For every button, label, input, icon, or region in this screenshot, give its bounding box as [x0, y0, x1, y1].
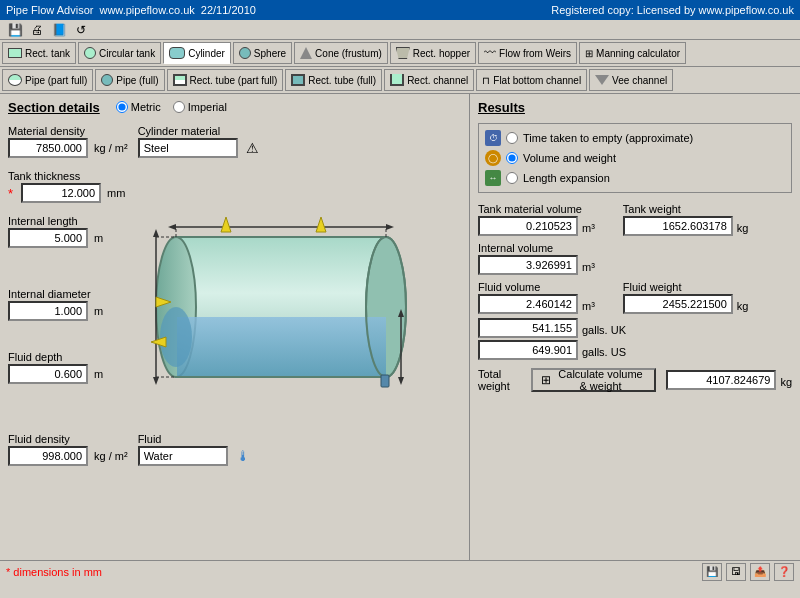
- rect-tank-icon: [8, 48, 22, 58]
- right-panel: Results ⏱ Time taken to empty (approxima…: [470, 94, 800, 560]
- title-bar: Pipe Flow Advisor www.pipeflow.co.uk 22/…: [0, 0, 800, 20]
- fluid-weight-input[interactable]: [623, 294, 733, 314]
- fluid-volume-label: Fluid volume: [478, 281, 595, 293]
- tank-weight-label: Tank weight: [623, 203, 749, 215]
- menu-icon-print[interactable]: 🖨: [26, 21, 48, 39]
- tank-weight-unit: kg: [737, 222, 749, 234]
- tab-circular-tank[interactable]: Circular tank: [78, 42, 161, 64]
- time-radio[interactable]: [506, 132, 518, 144]
- vee-channel-icon: [595, 75, 609, 85]
- svg-marker-8: [386, 224, 394, 230]
- tab-rect-tank[interactable]: Rect. tank: [2, 42, 76, 64]
- tank-thickness-input[interactable]: [21, 183, 101, 203]
- menu-icon-help[interactable]: 📘: [48, 21, 70, 39]
- fluid-volume-unit: m³: [582, 300, 595, 312]
- section-title: Section details: [8, 100, 100, 115]
- volume-icon: ◯: [485, 150, 501, 166]
- volume-radio[interactable]: [506, 152, 518, 164]
- menu-icon-save[interactable]: 💾: [4, 21, 26, 39]
- tank-material-volume-label: Tank material volume: [478, 203, 595, 215]
- material-density-group: Material density kg / m²: [8, 125, 128, 158]
- material-density-input[interactable]: [8, 138, 88, 158]
- metric-radio-label[interactable]: Metric: [116, 101, 161, 113]
- tab-rect-channel[interactable]: Rect. channel: [384, 69, 474, 91]
- svg-marker-15: [221, 217, 231, 232]
- tab-sphere[interactable]: Sphere: [233, 42, 292, 64]
- internal-length-unit: m: [94, 232, 103, 244]
- title-bar-right: Registered copy: Licensed by www.pipeflo…: [551, 4, 794, 16]
- imperial-radio[interactable]: [173, 101, 185, 113]
- option-volume[interactable]: ◯ Volume and weight: [485, 150, 785, 166]
- internal-diameter-input[interactable]: [8, 301, 88, 321]
- tab-flat-bottom[interactable]: ⊓ Flat bottom channel: [476, 69, 587, 91]
- result-options-group: ⏱ Time taken to empty (approximate) ◯ Vo…: [478, 123, 792, 193]
- total-weight-input[interactable]: [666, 370, 776, 390]
- internal-volume-label: Internal volume: [478, 242, 595, 254]
- rect-tube-full-icon: [291, 74, 305, 86]
- left-panel: Section details Metric Imperial Material…: [0, 94, 470, 560]
- app-date: 22/11/2010: [201, 4, 256, 16]
- tab-rect-tube-full[interactable]: Rect. tube (full): [285, 69, 382, 91]
- tank-material-volume-unit: m³: [582, 222, 595, 234]
- circle-tank-icon: [84, 47, 96, 59]
- expansion-icon: ↔: [485, 170, 501, 186]
- galls-us-label: galls. US: [582, 346, 626, 358]
- tab-vee-channel[interactable]: Vee channel: [589, 69, 673, 91]
- tab-rect-tube-part[interactable]: Rect. tube (part full): [167, 69, 284, 91]
- option-time[interactable]: ⏱ Time taken to empty (approximate): [485, 130, 785, 146]
- status-icon-disk[interactable]: 🖫: [726, 563, 746, 581]
- calculate-button[interactable]: ⊞ Calculate volume & weight: [531, 368, 657, 392]
- tab-pipe-part-full[interactable]: Pipe (part full): [2, 69, 93, 91]
- rect-tube-part-icon: [173, 74, 187, 86]
- internal-length-label: Internal length: [8, 215, 138, 227]
- status-note: * dimensions in mm: [6, 566, 102, 578]
- fluid-depth-unit: m: [94, 368, 103, 380]
- sphere-icon: [239, 47, 251, 59]
- fluid-depth-input[interactable]: [8, 364, 88, 384]
- cylinder-material-input[interactable]: [138, 138, 238, 158]
- menu-icon-refresh[interactable]: ↺: [70, 21, 92, 39]
- expansion-radio[interactable]: [506, 172, 518, 184]
- svg-marker-11: [153, 377, 159, 385]
- fluid-type-input[interactable]: [138, 446, 228, 466]
- fluid-type-group: Fluid 🌡: [138, 433, 250, 466]
- fluid-weight-group: Fluid weight kg: [623, 281, 749, 314]
- option-expansion[interactable]: ↔ Length expansion: [485, 170, 785, 186]
- internal-volume-input[interactable]: [478, 255, 578, 275]
- status-icon-save[interactable]: 💾: [702, 563, 722, 581]
- galls-uk-input[interactable]: [478, 318, 578, 338]
- material-icon: ⚠: [246, 140, 259, 156]
- tab-manning[interactable]: ⊞ Manning calculator: [579, 42, 686, 64]
- app-title: Pipe Flow Advisor: [6, 4, 93, 16]
- tab-pipe-full[interactable]: Pipe (full): [95, 69, 164, 91]
- tab-flow-weirs[interactable]: 〰 Flow from Weirs: [478, 42, 577, 64]
- status-icon-help[interactable]: ❓: [774, 563, 794, 581]
- internal-diameter-group: Internal diameter m: [8, 288, 138, 321]
- cylinder-svg: [146, 207, 436, 427]
- status-icon-export[interactable]: 📤: [750, 563, 770, 581]
- tank-material-row: Tank material volume m³ Tank weight kg: [478, 203, 792, 236]
- tank-weight-input[interactable]: [623, 216, 733, 236]
- tab-cylinder[interactable]: Cylinder: [163, 42, 231, 64]
- fluid-density-input[interactable]: [8, 446, 88, 466]
- total-weight-unit: kg: [780, 376, 792, 388]
- tank-material-volume-input[interactable]: [478, 216, 578, 236]
- status-bar: * dimensions in mm 💾 🖫 📤 ❓: [0, 560, 800, 582]
- internal-length-group: Internal length m: [8, 215, 138, 248]
- metric-radio[interactable]: [116, 101, 128, 113]
- internal-volume-row: Internal volume m³: [478, 242, 792, 275]
- title-bar-left: Pipe Flow Advisor www.pipeflow.co.uk 22/…: [6, 4, 256, 16]
- fluid-volume-group: Fluid volume m³: [478, 281, 595, 314]
- pipe-part-icon: [8, 74, 22, 86]
- galls-us-input[interactable]: [478, 340, 578, 360]
- svg-marker-10: [153, 229, 159, 237]
- tab-rect-hopper[interactable]: Rect. hopper: [390, 42, 476, 64]
- cylinder-material-label: Cylinder material: [138, 125, 259, 137]
- fluid-weight-label: Fluid weight: [623, 281, 749, 293]
- imperial-radio-label[interactable]: Imperial: [173, 101, 227, 113]
- internal-length-input[interactable]: [8, 228, 88, 248]
- toolbar-row1: Rect. tank Circular tank Cylinder Sphere…: [0, 40, 800, 67]
- fluid-density-unit: kg / m²: [94, 450, 128, 462]
- fluid-volume-input[interactable]: [478, 294, 578, 314]
- tab-cone[interactable]: Cone (frustum): [294, 42, 388, 64]
